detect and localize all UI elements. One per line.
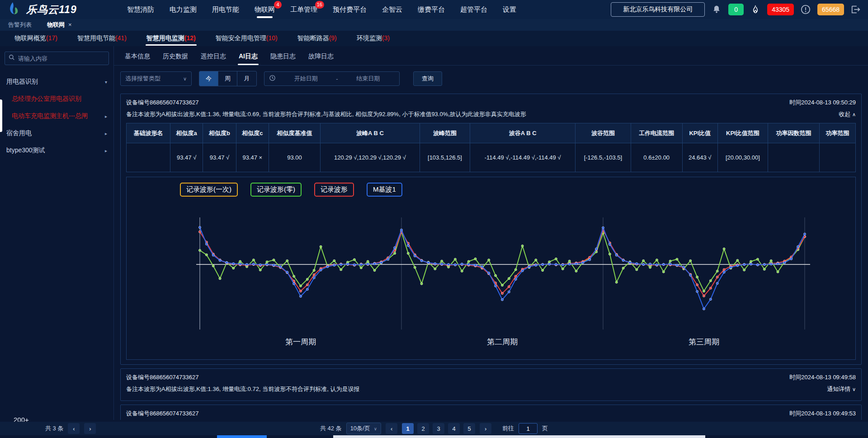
- chevron-right-icon: ▸: [105, 131, 107, 136]
- tree-node-用电器识别[interactable]: 用电器识别▾: [0, 73, 113, 90]
- table-cell: [768, 143, 819, 172]
- nav-item-缴费平台[interactable]: 缴费平台: [410, 0, 453, 19]
- chevron-down-icon: ▾: [105, 80, 107, 85]
- tree-node-label: 用电器识别: [6, 78, 38, 86]
- waveform-chart[interactable]: 第一周期第二周期第三周期: [127, 198, 863, 356]
- legend-button-记录波形(零)[interactable]: 记录波形(零): [250, 183, 302, 197]
- chevron-right-icon: ▸: [105, 148, 107, 153]
- log-note: 备注本波形为A相拔出波形,K值:1.36, 增量电流:0.69, 当前波形符合评…: [126, 110, 526, 118]
- logo[interactable]: 乐鸟云119: [6, 1, 119, 18]
- tree-node-btype300测试[interactable]: btype300测试▸: [0, 142, 113, 159]
- range-button-今[interactable]: 今: [199, 71, 218, 86]
- end-date-input[interactable]: 结束日期: [342, 75, 395, 83]
- page-button-2[interactable]: 2: [417, 423, 429, 434]
- panel-drag-handle[interactable]: [0, 99, 2, 132]
- page-next-button[interactable]: ›: [480, 423, 491, 434]
- nav-item-智慧消防[interactable]: 智慧消防: [119, 0, 162, 19]
- alarm-type-select[interactable]: 选择报警类型 ∨: [120, 71, 192, 86]
- tree-node-宿舍用电[interactable]: 宿舍用电▸: [0, 125, 113, 142]
- red-counter-badge[interactable]: 43305: [767, 4, 794, 15]
- tab-基本信息[interactable]: 基本信息: [120, 51, 155, 65]
- legend-button-M基波1[interactable]: M基波1: [367, 183, 402, 197]
- chart-legend: 记录波形(一次)记录波形(零)记录波形M基波1: [127, 180, 855, 198]
- logout-icon[interactable]: [850, 4, 862, 15]
- main-menu: 智慧消防电力监测用电节能物联网4工单管理16预付费平台企智云缴费平台超管平台设置: [119, 0, 524, 19]
- tree-next-button[interactable]: ›: [84, 423, 96, 434]
- goto-page-input[interactable]: [519, 423, 538, 434]
- bottom-strip: [0, 435, 868, 438]
- subtab-count: (41): [115, 34, 127, 42]
- cycle-label: 第二周期: [487, 338, 518, 346]
- subtab-智慧用电监测[interactable]: 智慧用电监测(12): [137, 31, 206, 46]
- tab-遥控日志[interactable]: 遥控日志: [196, 51, 231, 65]
- log-time: 时间2024-08-13 09:49:58: [789, 373, 856, 381]
- nav-item-电力监测[interactable]: 电力监测: [162, 0, 204, 19]
- subtab-物联网概览[interactable]: 物联网概览(17): [5, 31, 67, 46]
- open-tab-物联网[interactable]: 物联网×: [47, 21, 72, 29]
- nav-item-预付费平台[interactable]: 预付费平台: [325, 0, 374, 19]
- company-button[interactable]: 新北京乐鸟科技有限公司: [611, 2, 705, 17]
- module-subtabs: 物联网概览(17)智慧用电节能(41)智慧用电监测(12)智能安全用电管理(10…: [0, 31, 868, 46]
- orange-counter-badge[interactable]: 65668: [817, 4, 844, 15]
- filter-bar: 选择报警类型 ∨ 今周月 开始日期 - 结束日期 查询: [114, 66, 868, 92]
- clock-icon: [269, 75, 276, 83]
- close-tab-icon[interactable]: ×: [68, 21, 72, 28]
- tab-故障日志[interactable]: 故障日志: [304, 51, 338, 65]
- subtab-智能断路器[interactable]: 智能断路器(9): [288, 31, 347, 46]
- nav-item-用电节能[interactable]: 用电节能: [204, 0, 247, 19]
- page-button-3[interactable]: 3: [433, 423, 444, 434]
- table-cell: 0.6±20.00: [631, 143, 682, 172]
- nav-item-物联网[interactable]: 物联网4: [247, 0, 283, 19]
- collapse-toggle[interactable]: 收起 ∧: [839, 110, 856, 118]
- nav-item-badge: 4: [274, 1, 282, 9]
- table-cell: 93.47 √: [170, 143, 203, 172]
- alert-circle-icon[interactable]: [800, 4, 811, 15]
- query-button[interactable]: 查询: [413, 71, 442, 86]
- page-prev-button[interactable]: ‹: [386, 423, 397, 434]
- page-button-1[interactable]: 1: [402, 423, 414, 434]
- tree-prev-button[interactable]: ‹: [68, 423, 80, 434]
- bell-icon[interactable]: [711, 4, 722, 15]
- table-header-cell: KPI比值范围: [717, 123, 768, 143]
- range-segment: 今周月: [199, 71, 257, 86]
- table-header-cell: 波谷范围: [576, 123, 631, 143]
- nav-item-超管平台[interactable]: 超管平台: [453, 0, 495, 19]
- log-card-expanded: 设备编号868656074733627 时间2024-08-13 09:50:2…: [120, 94, 862, 365]
- log-total-count: 共 42 条: [320, 424, 342, 433]
- log-card: 设备编号868656074733627时间2024-08-13 09:49:58…: [120, 368, 862, 401]
- tree-node-电动车充电监测主机---总闸[interactable]: 电动车充电监测主机---总闸▸: [0, 108, 113, 125]
- legend-button-记录波形(一次)[interactable]: 记录波形(一次): [180, 183, 238, 197]
- subtab-智能安全用电管理[interactable]: 智能安全用电管理(10): [206, 31, 288, 46]
- subtab-智慧用电节能[interactable]: 智慧用电节能(41): [67, 31, 137, 46]
- green-counter-badge[interactable]: 0: [728, 4, 744, 15]
- tab-隐患日志[interactable]: 隐患日志: [266, 51, 300, 65]
- nav-item-企智云[interactable]: 企智云: [374, 0, 410, 19]
- range-button-周[interactable]: 周: [218, 71, 237, 86]
- page-button-5[interactable]: 5: [463, 423, 475, 434]
- tab-AI日志[interactable]: AI日志: [234, 51, 262, 65]
- subtab-环境监测[interactable]: 环境监测(3): [347, 31, 400, 46]
- tree-node-label: 宿舍用电: [6, 129, 32, 137]
- start-date-input[interactable]: 开始日期: [279, 75, 332, 83]
- legend-button-记录波形[interactable]: 记录波形: [314, 183, 354, 197]
- page-size-select[interactable]: 10条/页 ∨: [346, 423, 381, 434]
- device-tree: 用电器识别▾总经理办公室用电器识别电动车充电监测主机---总闸▸宿舍用电▸bty…: [0, 73, 113, 159]
- flame-icon[interactable]: [750, 4, 761, 15]
- nav-item-工单管理[interactable]: 工单管理16: [283, 0, 325, 19]
- nav-item-设置[interactable]: 设置: [495, 0, 524, 19]
- log-note: 备注本波形为A相拔出波形,K值:1.36, 增量电流:0.72, 当前波形不符合…: [126, 385, 359, 393]
- log-time: 时间2024-08-13 09:49:53: [789, 410, 856, 418]
- tree-node-总经理办公室用电器识别[interactable]: 总经理办公室用电器识别: [0, 90, 113, 108]
- notify-detail-toggle[interactable]: 通知详情 ∨: [827, 385, 856, 393]
- nav-item-badge: 16: [315, 1, 324, 9]
- open-tab-告警列表[interactable]: 告警列表: [8, 21, 32, 29]
- waveform-chart-box: 记录波形(一次)记录波形(零)记录波形M基波1 第一周期第二周期第三周期: [126, 177, 856, 360]
- sidebar-search[interactable]: [5, 52, 109, 65]
- date-range-picker[interactable]: 开始日期 - 结束日期: [264, 71, 400, 86]
- tab-历史数据[interactable]: 历史数据: [158, 51, 193, 65]
- page-button-4[interactable]: 4: [448, 423, 460, 434]
- search-input[interactable]: [18, 55, 105, 62]
- range-button-月[interactable]: 月: [237, 71, 256, 86]
- table-header-cell: 波峰A B C: [321, 123, 420, 143]
- table-header-cell: KPI比值: [682, 123, 717, 143]
